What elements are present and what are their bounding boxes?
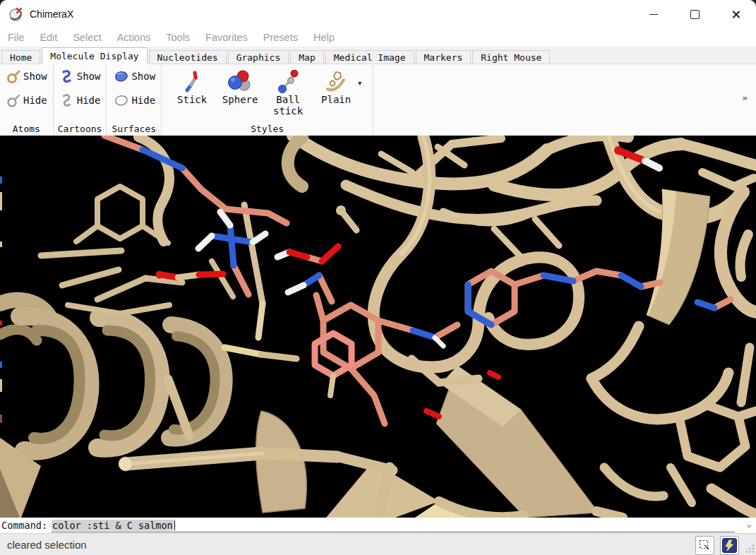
menu-actions[interactable]: Actions [109, 32, 159, 43]
atoms-show-icon [6, 68, 21, 84]
menu-select[interactable]: Select [65, 32, 109, 43]
close-icon [731, 10, 740, 19]
ball-stick-style-icon [277, 70, 299, 94]
tab-home[interactable]: Home [1, 50, 40, 64]
tab-markers[interactable]: Markers [416, 50, 472, 64]
title-bar[interactable]: ChimeraX [0, 0, 756, 28]
surfaces-hide-icon [112, 92, 129, 108]
command-input[interactable]: color :sti & C salmon [52, 518, 735, 532]
cartoons-hide-label: Hide [77, 95, 101, 106]
tab-nucleotides[interactable]: Nucleotides [149, 50, 227, 64]
toolbar-overflow-chevron[interactable]: » [742, 92, 748, 103]
cartoons-hide-icon [59, 92, 75, 108]
menu-bar: File Edit Select Actions Tools Favorites… [0, 28, 756, 47]
plain-style-button[interactable]: Plain [316, 70, 356, 105]
command-caret [174, 520, 175, 530]
cartoons-hide-button[interactable]: Hide [59, 92, 101, 108]
menu-help[interactable]: Help [306, 32, 342, 43]
sphere-style-button[interactable]: Sphere [220, 70, 260, 105]
atoms-show-button[interactable]: Show [6, 68, 47, 84]
sphere-style-label: Sphere [222, 94, 258, 105]
status-message: cleared selection [7, 539, 87, 551]
toolbar-tab-bar: Home Molecule Display Nucleotides Graphi… [0, 47, 756, 64]
cartoons-show-button[interactable]: Show [59, 68, 101, 84]
tab-graphics[interactable]: Graphics [228, 50, 289, 64]
resize-grip[interactable] [745, 544, 755, 554]
chimerax-window: ChimeraX File Edit Select Actions Tools … [0, 0, 756, 555]
styles-section-label: Styles [162, 124, 373, 134]
atoms-section-label: Atoms [0, 124, 53, 134]
cartoons-show-icon [59, 68, 75, 84]
maximize-button[interactable] [674, 0, 715, 28]
atoms-hide-icon [6, 92, 21, 108]
command-bar: Command: color :sti & C salmon ⌄ [0, 518, 756, 533]
molecule-display-toolbar: Show Hide Atoms Show [0, 64, 756, 136]
graphics-viewport[interactable] [0, 136, 756, 518]
stick-style-label: Stick [177, 94, 207, 105]
molecule-3d-scene [0, 136, 756, 518]
close-button[interactable] [715, 0, 756, 28]
window-title: ChimeraX [30, 8, 73, 20]
cartoons-show-label: Show [77, 71, 101, 82]
command-history-chevron[interactable]: ⌄ [746, 518, 752, 529]
ball-stick-style-label-line1: Ball [276, 94, 300, 105]
status-bar: cleared selection [0, 533, 756, 555]
lightning-icon [722, 538, 737, 553]
command-label: Command: [1, 520, 47, 531]
minimize-button[interactable] [633, 0, 674, 28]
menu-edit[interactable]: Edit [32, 32, 65, 43]
stick-style-icon [181, 70, 203, 94]
surfaces-section-label: Surfaces [107, 124, 161, 134]
toolbar-section-atoms: Show Hide Atoms [0, 64, 54, 136]
tab-right-mouse[interactable]: Right Mouse [472, 50, 550, 64]
toolbar-section-surfaces: Show Hide Surfaces [107, 64, 162, 136]
stick-style-button[interactable]: Stick [172, 70, 212, 105]
menu-tools[interactable]: Tools [158, 32, 198, 43]
cartoons-section-label: Cartoons [54, 124, 107, 134]
maximize-icon [690, 10, 700, 19]
tab-molecule-display[interactable]: Molecule Display [42, 47, 147, 64]
menu-favorites[interactable]: Favorites [198, 32, 256, 43]
plain-style-icon [325, 70, 347, 94]
plain-style-label: Plain [321, 94, 351, 105]
ball-stick-style-label-line2: stick [273, 105, 303, 117]
surfaces-show-button[interactable]: Show [112, 68, 155, 84]
rectangle-select-mode-button[interactable] [695, 536, 714, 555]
ball-stick-style-button[interactable]: Ball stick [268, 70, 308, 117]
atoms-show-label: Show [23, 71, 47, 82]
toolbar-section-styles: Stick Sphere [162, 64, 373, 136]
chimerax-logo-icon [8, 6, 24, 22]
surfaces-show-icon [112, 68, 129, 84]
command-input-value: color :sti & C salmon [52, 520, 174, 531]
fast-mode-button[interactable] [720, 536, 739, 555]
sphere-style-icon [228, 70, 252, 94]
surfaces-show-label: Show [131, 71, 155, 82]
plain-style-dropdown-arrow[interactable]: ▾ [358, 79, 361, 87]
surfaces-hide-button[interactable]: Hide [112, 92, 155, 108]
toolbar-section-cartoons: Show Hide Cartoons [54, 64, 107, 136]
atoms-hide-button[interactable]: Hide [6, 92, 47, 108]
menu-presets[interactable]: Presets [256, 32, 306, 43]
minimize-icon [649, 14, 658, 15]
surfaces-hide-label: Hide [131, 95, 155, 106]
atoms-hide-label: Hide [23, 95, 47, 106]
tab-medical-image[interactable]: Medical Image [325, 50, 414, 64]
menu-file[interactable]: File [0, 32, 32, 43]
tab-map[interactable]: Map [290, 50, 323, 64]
rectangle-select-icon [699, 539, 711, 551]
